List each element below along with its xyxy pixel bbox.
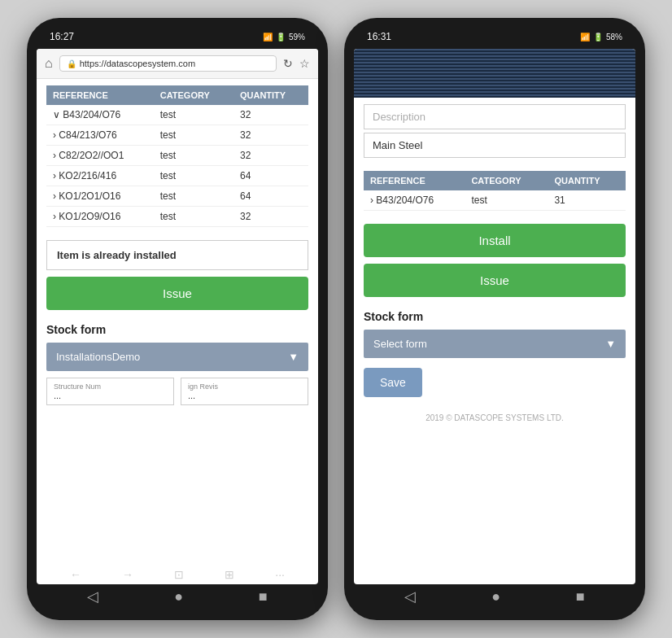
phone1-status-icons: 📶 🔋 59% [263, 33, 305, 42]
install-button[interactable]: Install [364, 224, 626, 257]
description-placeholder: Description [364, 104, 626, 129]
phone-1: 16:27 📶 🔋 59% ⌂ 🔒 https://datascopesyste… [27, 18, 328, 620]
table-row[interactable]: › C82/2O2//OO1 test 32 [46, 146, 308, 166]
phone2-home-bar: ◁ ● ■ [354, 584, 635, 610]
home-circle-btn-2[interactable]: ● [491, 588, 500, 605]
chevron-right-icon: › [53, 129, 56, 141]
cell-quantity: 32 [233, 146, 308, 166]
save-button[interactable]: Save [364, 368, 422, 397]
structure-rev-label: ign Revis [188, 382, 301, 391]
col-quantity: QUANTITY [233, 85, 308, 105]
structure-rev-field[interactable]: ign Revis ... [181, 378, 308, 405]
phone2-page-content: Description Main Steel REFERENCE CATEGOR… [354, 98, 635, 584]
phone2-status-icons: 📶 🔋 58% [580, 33, 622, 42]
cell-reference: › KO2/216/416 [46, 166, 154, 186]
table-row[interactable]: › KO1/2O1/O16 test 64 [46, 186, 308, 207]
home-back-btn-2[interactable]: ◁ [404, 588, 416, 605]
col-reference: REFERENCE [46, 85, 154, 105]
phone2-reference-table: REFERENCE CATEGORY QUANTITY › B43/204/O7… [364, 171, 626, 211]
cell-category: test [154, 166, 233, 186]
phone-2: 16:31 📶 🔋 58% Description Main Steel REF… [344, 18, 645, 620]
phone1-screen: ⌂ 🔒 https://datascopesystem.com ↻ ☆ REFE… [37, 49, 318, 584]
structure-rev-value: ... [188, 391, 195, 400]
battery-icon: 🔋 [276, 33, 286, 42]
table-row[interactable]: ∨ B43/204/O76 test 32 [46, 105, 308, 125]
home-square-btn[interactable]: ■ [259, 588, 268, 605]
phone1-nav-bar: ← → ⊡ ⊞ ··· [37, 562, 318, 584]
cell-category: test [154, 207, 233, 227]
description-value[interactable]: Main Steel [364, 133, 626, 158]
url-bar[interactable]: 🔒 https://datascopesystem.com [59, 55, 277, 72]
cell-category: test [465, 190, 548, 211]
cell-reference: › KO1/2O1/O16 [46, 186, 154, 207]
phone2-time: 16:31 [367, 31, 391, 42]
structure-row: Structure Num ... ign Revis ... [37, 374, 318, 412]
stock-form-placeholder: Select form [373, 338, 427, 350]
phone1-time: 16:27 [50, 31, 74, 42]
structure-num-field[interactable]: Structure Num ... [46, 378, 174, 405]
table-header-row-2: REFERENCE CATEGORY QUANTITY [364, 171, 626, 190]
chevron-right-icon: › [53, 190, 56, 202]
phone1-reference-table: REFERENCE CATEGORY QUANTITY ∨ B43/204/O7… [46, 85, 308, 227]
nav-share[interactable]: ⊡ [174, 568, 184, 581]
star-icon[interactable]: ☆ [299, 57, 310, 70]
chevron-down-icon: ∨ [53, 109, 60, 120]
home-icon[interactable]: ⌂ [45, 56, 53, 71]
table-row[interactable]: › C84/213/O76 test 32 [46, 125, 308, 146]
footer-text: 2019 © DATASCOPE SYSTEMS LTD. [354, 404, 635, 432]
cell-category: test [154, 186, 233, 207]
battery-percent: 59% [289, 33, 305, 42]
header-image [354, 49, 635, 98]
phone2-table-container: REFERENCE CATEGORY QUANTITY › B43/204/O7… [354, 164, 635, 217]
nav-more[interactable]: ··· [275, 568, 285, 581]
home-square-btn-2[interactable]: ■ [576, 588, 585, 605]
cell-reference: › B43/204/O76 [364, 190, 465, 211]
col-reference-2: REFERENCE [364, 171, 465, 190]
phone1-status-bar: 16:27 📶 🔋 59% [37, 28, 318, 49]
nav-back[interactable]: ← [70, 568, 81, 581]
table-row[interactable]: › KO1/2O9/O16 test 32 [46, 207, 308, 227]
cell-reference: ∨ B43/204/O76 [46, 105, 154, 125]
url-text: https://datascopesystem.com [80, 59, 195, 68]
stock-form-dropdown[interactable]: InstallationsDemo ▼ [46, 343, 308, 371]
cell-quantity: 64 [233, 186, 308, 207]
wifi-icon-2: 📶 [580, 33, 590, 42]
phone1-browser-bar: ⌂ 🔒 https://datascopesystem.com ↻ ☆ [37, 49, 318, 79]
battery-icon-2: 🔋 [593, 33, 603, 42]
battery-percent-2: 58% [606, 33, 622, 42]
home-back-btn[interactable]: ◁ [87, 588, 98, 605]
structure-num-value: ... [54, 391, 61, 400]
table-row[interactable]: › B43/204/O76 test 31 [364, 190, 626, 211]
col-quantity-2: QUANTITY [548, 171, 626, 190]
stock-form-dropdown-2[interactable]: Select form ▼ [364, 330, 626, 358]
home-circle-btn[interactable]: ● [174, 588, 183, 605]
dropdown-arrow-icon: ▼ [288, 351, 299, 363]
nav-forward[interactable]: → [122, 568, 133, 581]
wifi-icon: 📶 [263, 33, 273, 42]
alert-message: Item is already installed [57, 249, 177, 261]
col-category: CATEGORY [154, 85, 233, 105]
phone1-table-container: REFERENCE CATEGORY QUANTITY ∨ B43/204/O7… [37, 79, 318, 234]
issue-button[interactable]: Issue [46, 277, 308, 310]
table-row[interactable]: › KO2/216/416 test 64 [46, 166, 308, 186]
dropdown-arrow-icon-2: ▼ [605, 338, 616, 350]
cell-quantity: 32 [233, 105, 308, 125]
chevron-right-icon: › [53, 150, 56, 161]
phone1-page-content: REFERENCE CATEGORY QUANTITY ∨ B43/204/O7… [37, 79, 318, 562]
stock-form-title: Stock form [37, 317, 318, 339]
phone1-home-bar: ◁ ● ■ [37, 584, 318, 610]
nav-tabs[interactable]: ⊞ [225, 568, 234, 581]
issue-button-2[interactable]: Issue [364, 264, 626, 297]
col-category-2: CATEGORY [465, 171, 548, 190]
cell-reference: › C84/213/O76 [46, 125, 154, 146]
table-header-row: REFERENCE CATEGORY QUANTITY [46, 85, 308, 105]
stock-form-selected: InstallationsDemo [56, 351, 140, 363]
cell-quantity: 64 [233, 166, 308, 186]
cell-category: test [154, 105, 233, 125]
lock-icon: 🔒 [67, 59, 76, 68]
cell-reference: › KO1/2O9/O16 [46, 207, 154, 227]
cell-quantity: 31 [548, 190, 626, 211]
reload-icon[interactable]: ↻ [283, 57, 293, 70]
cell-category: test [154, 146, 233, 166]
header-image-inner [354, 49, 635, 98]
